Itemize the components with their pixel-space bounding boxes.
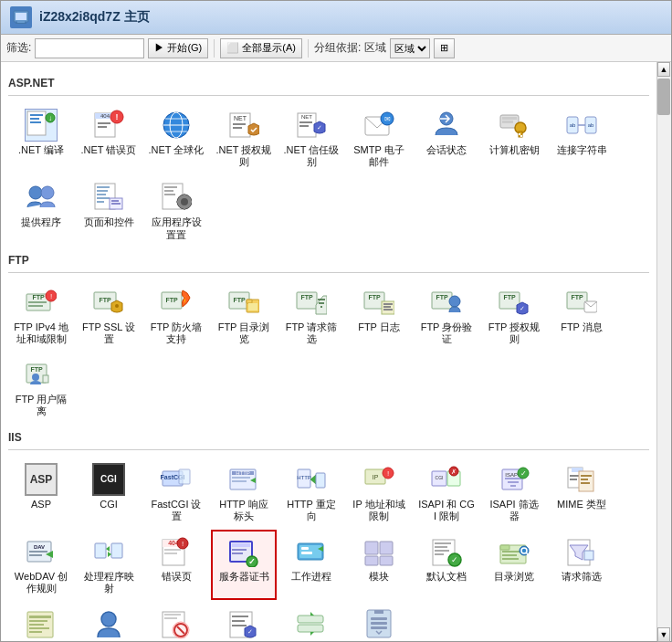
list-item[interactable]: FTP FTP 目录浏览 xyxy=(211,280,277,351)
filter-input[interactable] xyxy=(35,38,144,58)
svg-text:✉: ✉ xyxy=(384,115,391,123)
svg-rect-82 xyxy=(247,300,252,303)
show-all-button[interactable]: ⬜ 全部显示(A) xyxy=(220,38,302,58)
list-item[interactable]: 目录浏览 xyxy=(481,530,547,600)
svg-text:!: ! xyxy=(182,540,184,548)
svg-rect-70 xyxy=(28,301,47,303)
list-item[interactable]: HTTP HTTP 响应标头 xyxy=(211,458,277,528)
list-item[interactable]: ✓ 授权规则 xyxy=(211,602,277,641)
list-item[interactable]: FastCGI FastCGI 设置 xyxy=(143,458,209,528)
list-item[interactable]: FTP FTP 防火墙支持 xyxy=(143,280,209,351)
list-item[interactable]: MIME 类型 xyxy=(549,458,614,528)
list-item[interactable]: 输出缓存 xyxy=(278,602,344,641)
list-item[interactable]: CGI ✗ ISAPI 和 CGI 限制 xyxy=(414,458,479,528)
app-settings-icon xyxy=(160,181,193,214)
ftp-msg-icon: FTP xyxy=(565,286,598,319)
list-item[interactable]: 处理程序映射 xyxy=(76,530,142,600)
start-label: ▶ 开始(G) xyxy=(154,41,202,55)
list-item[interactable]: 失败请求限踪规则 xyxy=(143,602,209,641)
svg-rect-89 xyxy=(383,303,393,305)
list-item[interactable]: 日志 xyxy=(8,602,74,641)
list-item[interactable]: 应用程序设置置 xyxy=(143,175,209,246)
ftp-ipv4-label: FTP IPv4 地址和域限制 xyxy=(12,321,70,345)
svg-rect-1 xyxy=(16,13,26,20)
list-item[interactable]: CGI CGI xyxy=(76,458,142,528)
list-item[interactable]: ASP ASP xyxy=(8,458,74,528)
list-item[interactable]: ✓ 服务器证书 xyxy=(211,530,277,600)
list-item[interactable]: FTP FTP 日志 xyxy=(346,280,412,351)
list-item[interactable]: 身份验证 xyxy=(76,602,142,641)
svg-rect-5 xyxy=(30,114,43,116)
view-button[interactable]: ⊞ xyxy=(434,38,455,58)
http-response-label: HTTP 响应标头 xyxy=(215,499,273,522)
list-item[interactable]: 404 ! .NET 错误页 xyxy=(76,103,142,174)
aspnet-icon-grid: ↓ .NET 编译 404 xyxy=(8,103,649,247)
group-select[interactable]: 区域 xyxy=(390,38,430,58)
app-settings-label: 应用程序设置置 xyxy=(147,216,205,240)
list-item[interactable]: NET ✓ .NET 信任级别 xyxy=(278,103,344,174)
rules-icon: ✓ xyxy=(227,607,260,640)
list-item[interactable]: 模块 xyxy=(346,530,412,600)
webdav-icon: DAV xyxy=(25,535,58,568)
list-item[interactable]: NET .NET 授权规则 xyxy=(211,103,277,174)
list-item[interactable]: HTTP HTTP 重定向 xyxy=(278,458,344,528)
list-item[interactable]: ✉ SMTP 电子邮件 xyxy=(346,103,412,174)
main-window: iZ28x2i8qd7Z 主页 筛选: ▶ 开始(G) ⬜ 全部显示(A) 分组… xyxy=(0,0,672,642)
ftp-filter-icon: FTP xyxy=(295,286,328,319)
section-iis-divider xyxy=(8,449,649,450)
server-cert-label: 服务器证书 xyxy=(219,571,269,583)
svg-text:✓: ✓ xyxy=(248,557,256,566)
list-item[interactable]: FTP ! FTP IPv4 地址和域限制 xyxy=(8,280,74,351)
list-item[interactable]: 页面和控件 xyxy=(76,175,142,246)
list-item[interactable]: FTP FTP 用户隔离 xyxy=(8,353,74,423)
list-item[interactable]: FTP FTP SSL 设置 xyxy=(76,280,142,351)
svg-rect-153 xyxy=(232,553,243,554)
connection-string-icon: ab ab xyxy=(565,109,598,142)
svg-rect-161 xyxy=(380,542,393,554)
svg-text:NET: NET xyxy=(234,115,247,121)
svg-rect-71 xyxy=(28,305,43,307)
svg-text:✓: ✓ xyxy=(520,469,527,478)
isapi-cgi-icon: CGI ✗ xyxy=(430,463,463,496)
list-item[interactable]: 提供程序 xyxy=(8,175,74,246)
section-aspnet-header: ASP.NET xyxy=(8,77,649,89)
pages-controls-icon xyxy=(92,181,125,214)
ftp-ssl-icon: FTP xyxy=(92,286,125,319)
list-item[interactable]: FTP FTP 请求筛选 xyxy=(278,280,344,351)
list-item[interactable]: FTP FTP 消息 xyxy=(549,280,614,351)
list-item[interactable]: FTP FTP 身份验证 xyxy=(414,280,479,351)
list-item[interactable]: 404 ! 错误页 xyxy=(143,530,209,600)
default-doc-label: 默认文档 xyxy=(426,571,467,583)
svg-text:FTP: FTP xyxy=(165,297,178,303)
list-item[interactable]: ISAPI ✓ ISAPI 筛选器 xyxy=(481,458,547,528)
list-item[interactable]: ab ab 连接字符串 xyxy=(549,103,614,174)
list-item[interactable]: 工作进程 xyxy=(278,530,344,600)
list-item[interactable]: .NET 全球化 xyxy=(143,103,209,174)
list-item[interactable]: ✓ 默认文档 xyxy=(414,530,479,600)
cgi-label: CGI xyxy=(100,499,118,510)
scrollbar[interactable]: ▲ ▼ xyxy=(656,62,671,641)
list-item[interactable]: ↓ .NET 编译 xyxy=(8,103,74,174)
list-item[interactable]: 计算机密钥 xyxy=(481,103,547,174)
list-item[interactable]: 请求筛选 xyxy=(549,530,614,600)
ftp-log-label: FTP 日志 xyxy=(358,321,400,333)
work-process-label: 工作进程 xyxy=(291,571,331,583)
start-button[interactable]: ▶ 开始(G) xyxy=(148,38,208,58)
net-trust-label: .NET 授权规则 xyxy=(215,144,273,168)
asp-icon: ASP xyxy=(25,463,58,496)
svg-rect-134 xyxy=(581,475,592,477)
http-redirect-icon: HTTP xyxy=(295,463,328,496)
list-item[interactable]: FTP ✓ FTP 授权规则 xyxy=(481,280,547,351)
svg-rect-159 xyxy=(301,552,312,554)
list-item[interactable]: DAV WebDAV 创作规则 xyxy=(8,530,74,600)
svg-rect-146 xyxy=(164,549,181,551)
iis-icon-grid: ASP ASP CGI CGI xyxy=(8,458,649,642)
list-item[interactable]: IP ! IP 地址和域限制 xyxy=(346,458,412,528)
list-item[interactable]: 压缩 xyxy=(346,602,412,641)
svg-text:✓: ✓ xyxy=(451,555,458,564)
list-item[interactable]: 会话状态 xyxy=(414,103,479,174)
title-bar: iZ28x2i8qd7Z 主页 xyxy=(1,1,671,35)
svg-rect-90 xyxy=(383,306,391,308)
svg-rect-54 xyxy=(97,201,104,203)
svg-text:✓: ✓ xyxy=(520,305,525,311)
